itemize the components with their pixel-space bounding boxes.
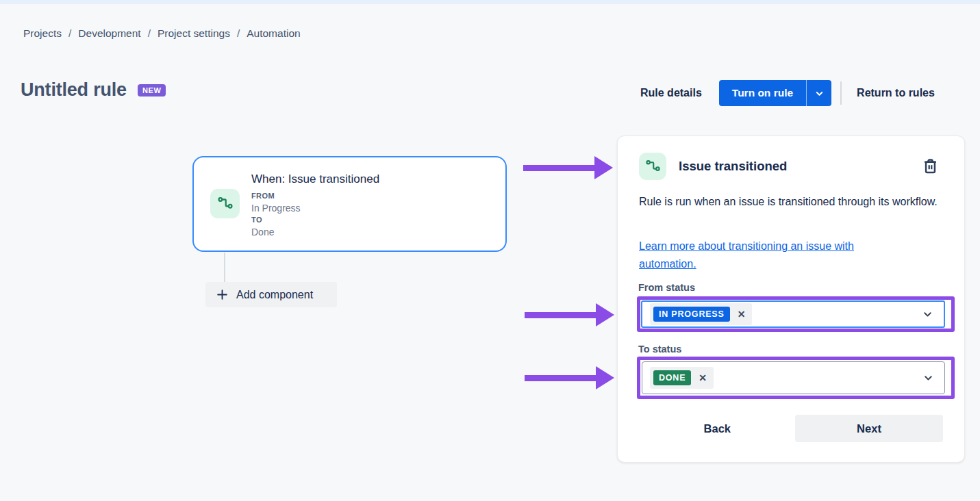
breadcrumb-separator: / [141, 27, 158, 40]
card-connector-line [224, 253, 225, 282]
chevron-down-icon[interactable] [922, 372, 934, 384]
issue-transitioned-icon [639, 153, 666, 180]
annotation-arrow-from-status [525, 303, 614, 326]
to-status-tag-chip: DONE ✕ [650, 367, 714, 389]
breadcrumb-separator: / [62, 27, 78, 40]
trigger-card-title: When: Issue transitioned [251, 172, 379, 186]
panel-header: Issue transitioned [639, 153, 944, 180]
turn-on-rule-button[interactable]: Turn on rule [719, 80, 806, 106]
breadcrumb-project-settings[interactable]: Project settings [158, 27, 230, 40]
delete-trigger-button[interactable] [921, 157, 940, 176]
add-component-button[interactable]: Add component [205, 282, 337, 307]
panel-title: Issue transitioned [679, 159, 787, 174]
to-status-highlight: DONE ✕ [637, 357, 955, 399]
page-title-row: Untitled rule NEW [21, 79, 166, 101]
annotation-arrow-to-status [525, 366, 614, 389]
chevron-down-icon[interactable] [922, 309, 933, 320]
trigger-card-from-value: In Progress [251, 203, 379, 214]
header-divider [840, 81, 842, 105]
trigger-card-to-value: Done [251, 227, 379, 237]
remove-tag-icon[interactable]: ✕ [738, 309, 746, 319]
rule-details-button[interactable]: Rule details [640, 87, 702, 99]
to-status-select[interactable]: DONE ✕ [642, 361, 945, 394]
annotation-arrow-trigger [523, 156, 613, 179]
trigger-card-text: When: Issue transitioned FROM In Progres… [251, 172, 379, 240]
turn-on-rule-dropdown-button[interactable] [806, 80, 831, 106]
header-actions: Rule details Turn on rule Return to rule… [616, 80, 959, 106]
breadcrumb-separator: / [230, 27, 247, 40]
trigger-card-from-label: FROM [251, 192, 379, 201]
new-badge: NEW [138, 84, 166, 97]
from-status-highlight: IN PROGRESS ✕ [637, 296, 955, 332]
trigger-card[interactable]: When: Issue transitioned FROM In Progres… [192, 156, 507, 252]
learn-more-link[interactable]: Learn more about transitioning an issue … [639, 237, 909, 273]
turn-on-rule-split-button: Turn on rule [719, 80, 831, 106]
to-status-label: To status [638, 344, 681, 355]
from-status-label: From status [638, 282, 695, 293]
breadcrumb-automation[interactable]: Automation [247, 27, 300, 40]
automation-rule-builder-page: Projects / Development / Project setting… [0, 0, 980, 501]
from-status-select[interactable]: IN PROGRESS ✕ [641, 300, 945, 328]
trash-icon [921, 157, 940, 176]
plus-icon [216, 288, 229, 301]
back-button[interactable]: Back [704, 422, 731, 435]
trigger-config-panel: Issue transitioned Rule is run when an i… [617, 136, 965, 463]
breadcrumb-development[interactable]: Development [78, 27, 140, 40]
done-lozenge: DONE [653, 370, 691, 385]
return-to-rules-button[interactable]: Return to rules [857, 87, 935, 99]
top-accent-strip [0, 0, 980, 4]
breadcrumb: Projects / Development / Project setting… [23, 27, 301, 40]
chevron-down-icon [814, 88, 825, 99]
trigger-card-to-label: TO [251, 216, 379, 224]
panel-footer: Back Next [618, 415, 943, 442]
page-title: Untitled rule [21, 79, 127, 101]
panel-description: Rule is run when an issue is transitione… [639, 193, 948, 210]
in-progress-lozenge: IN PROGRESS [653, 307, 730, 322]
from-status-tag-chip: IN PROGRESS ✕ [650, 303, 752, 325]
issue-transitioned-icon [210, 189, 240, 218]
remove-tag-icon[interactable]: ✕ [699, 373, 707, 383]
next-button[interactable]: Next [795, 415, 943, 442]
breadcrumb-projects[interactable]: Projects [23, 27, 62, 40]
add-component-label: Add component [236, 289, 313, 301]
